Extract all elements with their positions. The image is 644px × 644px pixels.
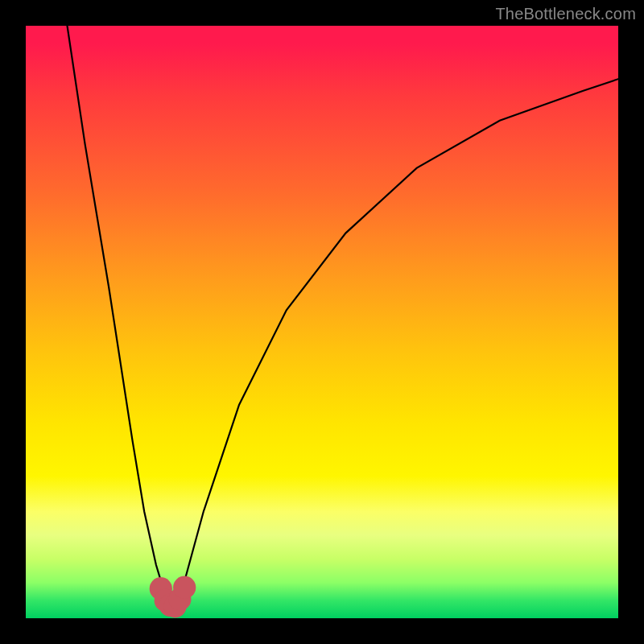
watermark-text: TheBottleneck.com	[495, 5, 636, 23]
marker-dot	[173, 576, 196, 599]
curve-svg	[26, 26, 618, 618]
markers-group	[150, 576, 196, 618]
curve-path	[68, 26, 619, 606]
chart-frame: TheBottleneck.com	[0, 0, 644, 644]
plot-area	[26, 26, 618, 618]
